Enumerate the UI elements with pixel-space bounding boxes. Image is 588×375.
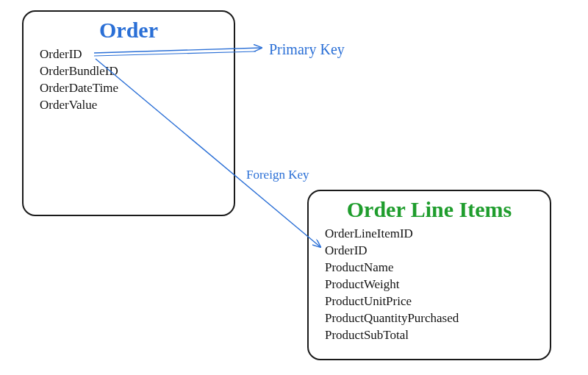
field: ProductWeight bbox=[325, 276, 537, 293]
field: ProductQuantityPurchased bbox=[325, 310, 537, 327]
label-primary-key: Primary Key bbox=[269, 41, 345, 58]
field: OrderValue bbox=[40, 97, 220, 114]
entity-order: Order OrderID OrderBundleID OrderDateTim… bbox=[22, 10, 235, 216]
field: OrderLineItemID bbox=[325, 226, 537, 243]
label-foreign-key: Foreign Key bbox=[246, 168, 309, 182]
field: ProductSubTotal bbox=[325, 327, 537, 344]
entity-order-fields: OrderID OrderBundleID OrderDateTime Orde… bbox=[37, 46, 220, 114]
field: OrderDateTime bbox=[40, 80, 220, 97]
entity-order-line-items-fields: OrderLineItemID OrderID ProductName Prod… bbox=[322, 226, 537, 344]
field: OrderID bbox=[40, 46, 220, 63]
entity-order-line-items: Order Line Items OrderLineItemID OrderID… bbox=[307, 190, 551, 360]
diagram-canvas: Order OrderID OrderBundleID OrderDateTim… bbox=[0, 0, 588, 375]
field: ProductName bbox=[325, 260, 537, 276]
field: OrderID bbox=[325, 243, 537, 260]
field: OrderBundleID bbox=[40, 63, 220, 80]
entity-order-line-items-title: Order Line Items bbox=[322, 197, 537, 221]
field: ProductUnitPrice bbox=[325, 293, 537, 310]
entity-order-title: Order bbox=[37, 18, 220, 42]
